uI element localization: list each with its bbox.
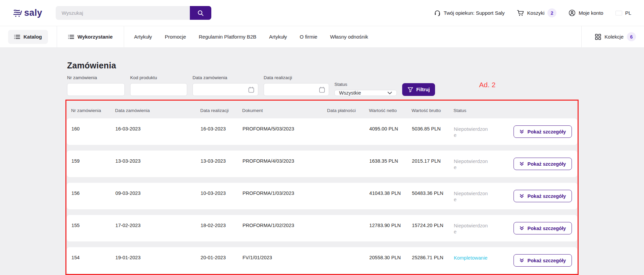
realization-date-input[interactable] — [264, 84, 329, 96]
cell-net-value: 20558.30 PLN — [369, 247, 412, 260]
catalog-label: Katalog — [23, 34, 42, 40]
status-label: Status — [334, 82, 397, 87]
cell-net-value: 12783.90 PLN — [369, 215, 412, 228]
show-details-button[interactable]: Pokaż szczegóły — [514, 158, 572, 170]
cell-payment-date — [327, 247, 369, 255]
user-icon — [569, 9, 576, 16]
filter-product-code: Kod produktu — [130, 75, 187, 96]
details-button-label: Pokaż szczegóły — [528, 258, 566, 263]
table-row: 160 16-03-2023 16-03-2023 PROFORMA/5/03/… — [67, 118, 577, 145]
show-details-button[interactable]: Pokaż szczegóły — [514, 254, 572, 267]
col-status: Status — [453, 106, 491, 113]
logo-text: saly — [24, 8, 42, 18]
double-chevron-down-icon — [520, 194, 524, 198]
carts-menu[interactable]: Koszyki 2 — [517, 8, 557, 17]
cell-order-no: 154 — [71, 247, 115, 260]
nav-link-b2b-terms[interactable]: Regulamin Platformy B2B — [199, 34, 256, 40]
header-right-group: Twój opiekun: Support Saly Koszyki 2 Moj… — [434, 8, 631, 17]
nav-link-articles-2[interactable]: Artykuły — [269, 34, 287, 40]
account-menu[interactable]: Moje konto — [569, 9, 603, 16]
cell-realization-date: 18-02-2023 — [201, 215, 243, 228]
cell-order-no: 155 — [71, 215, 115, 228]
usage-label: Wykorzystanie — [77, 34, 113, 40]
filter-order-no: Nr zamówienia — [67, 75, 125, 96]
col-net-value: Wartość netto — [369, 106, 412, 113]
show-details-button[interactable]: Pokaż szczegóły — [514, 125, 572, 138]
support-contact[interactable]: Twój opiekun: Support Saly — [434, 10, 505, 16]
cell-net-value: 41043.38 PLN — [369, 183, 412, 196]
nav-link-about[interactable]: O firmie — [300, 34, 318, 40]
double-chevron-down-icon — [520, 129, 524, 134]
cell-order-no: 160 — [71, 118, 115, 131]
col-order-date: Data zamówienia — [115, 106, 200, 113]
saly-logo[interactable]: saly — [13, 8, 42, 18]
nav-item-usage[interactable]: Wykorzystanie — [57, 34, 124, 40]
account-label: Moje konto — [579, 10, 603, 16]
cell-gross-value: 15724.20 PLN — [412, 215, 454, 228]
table-header-row: Nr zamówienia Data zamówienia Data reali… — [66, 101, 578, 118]
catalog-button[interactable]: Katalog — [8, 30, 48, 44]
col-gross-value: Wartość brutto — [412, 106, 453, 113]
product-code-input[interactable] — [130, 84, 187, 96]
double-chevron-down-icon — [520, 162, 524, 166]
filters-bar: Nr zamówienia Kod produktu Data zamówien… — [67, 75, 644, 96]
cell-document: PROFORMA/4/03/2023 — [243, 151, 327, 164]
headset-icon — [434, 10, 441, 16]
table-body: 160 16-03-2023 16-03-2023 PROFORMA/5/03/… — [66, 118, 578, 274]
cell-payment-date — [327, 151, 369, 158]
cart-icon — [517, 10, 524, 16]
details-button-label: Pokaż szczegóły — [528, 161, 566, 167]
col-realization-date: Data realizacji — [200, 106, 242, 113]
product-code-label: Kod produktu — [130, 75, 187, 80]
cell-net-value: 1638.35 PLN — [369, 151, 412, 164]
support-label: Twój opiekun: Support Saly — [444, 10, 505, 16]
nav-link-custom[interactable]: Własny odnośnik — [330, 34, 368, 40]
grid-icon — [595, 34, 601, 40]
language-label: PL — [625, 10, 631, 16]
search-input[interactable] — [56, 6, 190, 20]
order-no-label: Nr zamówienia — [67, 75, 125, 80]
logo-cart-icon — [13, 9, 23, 17]
filter-button[interactable]: Filtruj — [402, 83, 435, 96]
funnel-icon — [408, 87, 413, 93]
status-select[interactable]: Wszystkie — [334, 90, 397, 96]
cell-status: Niepotwierdzone — [454, 151, 491, 170]
nav-link-articles-1[interactable]: Artykuły — [134, 34, 152, 40]
search-button[interactable] — [190, 6, 211, 20]
nav-link-promotions[interactable]: Promocje — [165, 34, 186, 40]
cell-order-date: 13-03-2023 — [115, 151, 201, 164]
table-row: 155 17-02-2023 18-02-2023 PROFORMA/1/02/… — [67, 215, 577, 241]
language-switcher[interactable]: PL — [615, 10, 631, 16]
cell-gross-value: 2015.17 PLN — [412, 151, 454, 164]
cell-order-no: 159 — [71, 151, 115, 164]
order-no-input[interactable] — [67, 84, 124, 96]
list-icon — [14, 35, 20, 39]
cell-status: Niepotwierdzone — [454, 118, 491, 138]
col-actions — [491, 109, 578, 111]
filter-status: Status Wszystkie — [334, 82, 397, 96]
double-chevron-down-icon — [520, 226, 524, 230]
details-button-label: Pokaż szczegóły — [528, 194, 566, 199]
show-details-button[interactable]: Pokaż szczegóły — [514, 190, 572, 202]
cell-payment-date — [327, 118, 369, 126]
cell-realization-date: 10-03-2023 — [201, 183, 243, 196]
cell-status: Kompletowanie — [454, 247, 491, 261]
show-details-button[interactable]: Pokaż szczegóły — [514, 222, 572, 234]
cell-document: FV/1/01/2023 — [243, 247, 327, 260]
cell-net-value: 4095.00 PLN — [369, 118, 412, 131]
cell-document: PROFORMA/1/03/2023 — [243, 183, 327, 196]
table-row: 156 09-03-2023 10-03-2023 PROFORMA/1/03/… — [67, 183, 577, 209]
orders-page: Zamówienia Nr zamówienia Kod produktu Da… — [0, 47, 644, 275]
carts-label: Koszyki — [527, 10, 545, 16]
main-navigation: Katalog Wykorzystanie Artykuły Promocje … — [0, 26, 644, 47]
filter-realization-date: Data realizacji — [264, 75, 329, 96]
order-date-input[interactable] — [193, 84, 258, 96]
cell-gross-value: 50483.36 PLN — [412, 183, 454, 196]
order-date-label: Data zamówienia — [193, 75, 258, 80]
cell-realization-date: 20-01-2023 — [201, 247, 243, 260]
list-icon — [68, 35, 74, 39]
double-chevron-down-icon — [520, 258, 524, 263]
cell-realization-date: 13-03-2023 — [201, 151, 243, 164]
collections-menu[interactable]: Kolekcje 6 — [582, 32, 636, 41]
cell-gross-value: 5036.85 PLN — [412, 118, 454, 131]
